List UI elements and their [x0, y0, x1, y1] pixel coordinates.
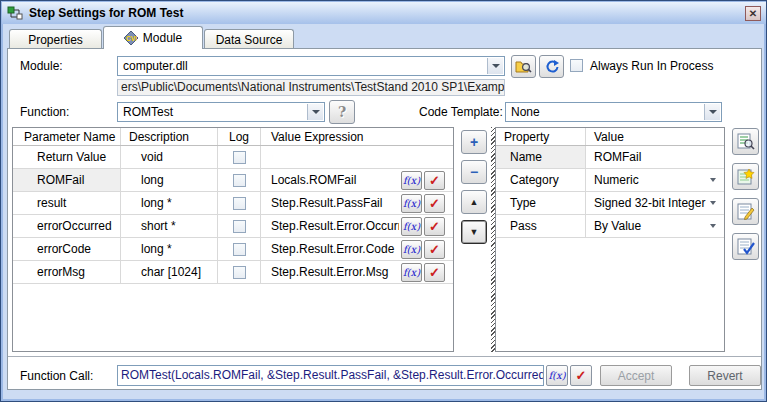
- param-desc-cell[interactable]: long: [121, 169, 218, 191]
- log-checkbox[interactable]: [233, 151, 246, 164]
- expression-browse-button[interactable]: f(x): [401, 194, 422, 213]
- always-run-checkbox[interactable]: [570, 59, 583, 72]
- expression-browse-button[interactable]: f(x): [401, 240, 422, 259]
- fx-icon: f(x): [403, 175, 420, 186]
- log-checkbox[interactable]: [233, 243, 246, 256]
- column-header: Log: [218, 128, 261, 145]
- table-row: Pass By Value: [496, 215, 724, 238]
- expression-validate-button[interactable]: ✓: [570, 365, 592, 386]
- function-label: Function:: [20, 105, 69, 119]
- remove-parameter-button[interactable]: −: [461, 160, 487, 184]
- list-new-icon: [737, 168, 755, 186]
- property-table: Property Value Name ROMFail Category Num…: [495, 127, 725, 352]
- expression-validate-button[interactable]: ✓: [424, 194, 445, 213]
- code-template-value: None: [511, 105, 540, 119]
- red-check-icon: ✓: [429, 242, 440, 257]
- close-icon[interactable]: ✕: [745, 6, 761, 21]
- move-up-button[interactable]: ▲: [461, 190, 487, 214]
- browse-variables-button[interactable]: [732, 128, 759, 155]
- param-expression-cell[interactable]: Step.Result.Error.Code f(x) ✓: [261, 238, 453, 260]
- property-value-text: By Value: [594, 219, 710, 233]
- revert-button[interactable]: Revert: [689, 365, 761, 386]
- red-check-icon: ✓: [429, 173, 440, 188]
- fx-icon: f(x): [403, 267, 420, 278]
- new-expression-button[interactable]: [732, 163, 759, 190]
- property-name-cell[interactable]: Name: [496, 146, 586, 168]
- param-name-cell[interactable]: errorOccurred: [13, 215, 121, 237]
- param-desc-cell[interactable]: long *: [121, 192, 218, 214]
- property-value-text: Numeric: [594, 173, 710, 187]
- param-name-cell[interactable]: errorMsg: [13, 261, 121, 283]
- tab-data-source[interactable]: Data Source: [204, 29, 294, 49]
- chevron-down-icon[interactable]: [710, 201, 716, 205]
- tab-module[interactable]: CVI Module: [103, 26, 203, 49]
- chevron-down-icon[interactable]: [487, 58, 503, 74]
- always-run-label: Always Run In Process: [590, 59, 713, 73]
- code-template-label: Code Template:: [419, 105, 503, 119]
- param-name-cell[interactable]: Return Value: [13, 146, 121, 168]
- fx-icon: f(x): [548, 370, 565, 381]
- red-check-icon: ✓: [429, 196, 440, 211]
- column-header: Value: [586, 128, 724, 145]
- function-call-label: Function Call:: [20, 369, 93, 383]
- chevron-down-icon[interactable]: [307, 104, 323, 120]
- expression-browse-button[interactable]: f(x): [401, 171, 422, 190]
- move-down-button[interactable]: ▼: [461, 220, 487, 244]
- param-desc-cell[interactable]: short *: [121, 215, 218, 237]
- param-expression-cell[interactable]: [261, 146, 453, 168]
- module-label: Module:: [20, 59, 63, 73]
- param-desc-cell[interactable]: void: [121, 146, 218, 168]
- function-combobox[interactable]: ROMTest: [117, 102, 325, 122]
- log-checkbox[interactable]: [233, 220, 246, 233]
- param-expression-cell[interactable]: Step.Result.Error.Occurred f(x) ✓: [261, 215, 453, 237]
- chevron-down-icon[interactable]: [710, 178, 716, 182]
- expression-validate-button[interactable]: ✓: [424, 171, 445, 190]
- param-expression-cell[interactable]: Locals.ROMFail f(x) ✓: [261, 169, 453, 191]
- expression-browse-button[interactable]: f(x): [401, 217, 422, 236]
- title-bar[interactable]: Step Settings for ROM Test ✕: [2, 2, 767, 24]
- property-name-cell[interactable]: Category: [496, 169, 586, 191]
- property-value-cell[interactable]: Signed 32-bit Integer: [586, 192, 724, 214]
- module-combobox[interactable]: computer.dll: [117, 56, 505, 76]
- chevron-down-icon[interactable]: [704, 104, 720, 120]
- svg-text:CVI: CVI: [126, 35, 137, 42]
- property-header-row: Property Value: [496, 128, 724, 146]
- expression-validate-button[interactable]: ✓: [424, 217, 445, 236]
- expression-text: Step.Result.Error.Code: [271, 242, 399, 256]
- log-checkbox[interactable]: [233, 197, 246, 210]
- log-checkbox[interactable]: [233, 174, 246, 187]
- param-name-cell[interactable]: result: [13, 192, 121, 214]
- log-checkbox[interactable]: [233, 266, 246, 279]
- property-value-cell[interactable]: By Value: [586, 215, 724, 237]
- accept-button[interactable]: Accept: [600, 365, 672, 386]
- chevron-down-icon[interactable]: [710, 224, 716, 228]
- expression-validate-button[interactable]: ✓: [424, 240, 445, 259]
- param-desc-cell[interactable]: long *: [121, 238, 218, 260]
- reload-prototype-button[interactable]: [539, 55, 564, 78]
- validate-prototype-button[interactable]: [732, 233, 759, 260]
- param-desc-cell[interactable]: char [1024]: [121, 261, 218, 283]
- property-name-cell[interactable]: Pass: [496, 215, 586, 237]
- param-expression-cell[interactable]: Step.Result.PassFail f(x) ✓: [261, 192, 453, 214]
- param-expression-cell[interactable]: Step.Result.Error.Msg f(x) ✓: [261, 261, 453, 283]
- table-row: errorMsg char [1024] Step.Result.Error.M…: [13, 261, 453, 284]
- table-row: result long * Step.Result.PassFail f(x) …: [13, 192, 453, 215]
- tab-properties[interactable]: Properties: [9, 29, 102, 49]
- property-value-cell[interactable]: Numeric: [586, 169, 724, 191]
- expression-browse-button[interactable]: f(x): [401, 263, 422, 282]
- expression-browse-button[interactable]: f(x): [546, 365, 568, 386]
- param-name-cell[interactable]: errorCode: [13, 238, 121, 260]
- param-name-cell[interactable]: ROMFail: [13, 169, 121, 191]
- browse-module-button[interactable]: [511, 55, 536, 78]
- function-call-expression[interactable]: ROMTest(Locals.ROMFail, &Step.Result.Pas…: [117, 365, 544, 386]
- add-parameter-button[interactable]: +: [461, 130, 487, 154]
- module-tab-page: Module: computer.dll Always Run In Proce…: [7, 48, 762, 390]
- code-template-combobox[interactable]: None: [505, 102, 722, 122]
- arrow-up-icon: ▲: [470, 197, 479, 207]
- property-value-text: Signed 32-bit Integer: [594, 196, 710, 210]
- edit-expression-button[interactable]: [732, 198, 759, 225]
- property-name-cell[interactable]: Type: [496, 192, 586, 214]
- function-help-button[interactable]: ?: [329, 100, 355, 124]
- property-value-cell[interactable]: ROMFail: [586, 146, 724, 168]
- expression-validate-button[interactable]: ✓: [424, 263, 445, 282]
